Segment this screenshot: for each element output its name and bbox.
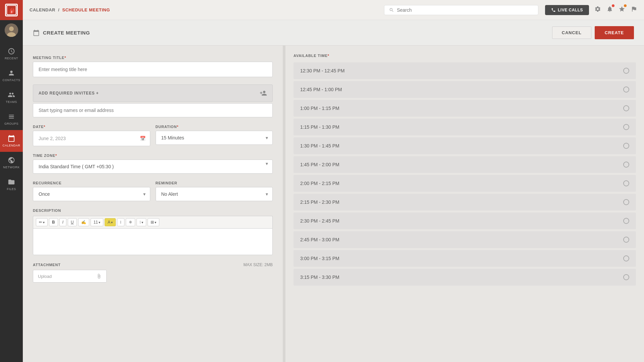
toolbar-format-btn[interactable]: ✏ — [36, 218, 48, 226]
duration-select[interactable]: 15 Minutes 30 Minutes 45 Minutes 1 Hour — [156, 131, 273, 145]
time-slot[interactable]: 1:30 PM - 1:45 PM — [293, 137, 636, 154]
sidebar-item-files[interactable]: FILES — [0, 174, 23, 195]
time-slot[interactable]: 12:45 PM - 1:00 PM — [293, 81, 636, 98]
person-add-icon — [260, 89, 267, 97]
sidebar-label-recent: RECENT — [5, 57, 18, 60]
time-slot-radio[interactable] — [623, 162, 629, 168]
add-invitees-label: ADD REQUIRED INVITEES + — [39, 91, 99, 96]
toolbar-ol-btn[interactable]: ⁜ — [126, 218, 135, 226]
time-slot[interactable]: 2:45 PM - 3:00 PM — [293, 231, 636, 248]
sidebar-label-calendar: CALENDAR — [2, 144, 20, 147]
toolbar-ul-btn[interactable]: ⁞ — [117, 218, 124, 226]
time-slot[interactable]: 2:00 PM - 2:15 PM — [293, 175, 636, 192]
recurrence-select[interactable]: Once Daily Weekly Monthly — [33, 187, 150, 201]
toolbar-table-btn[interactable]: ⊞ — [148, 218, 159, 226]
form-panel: MEETING TITLE* ADD REQUIRED INVITEES + D… — [23, 46, 283, 362]
sidebar: RECENT CONTACTS TEAMS GROUPS CALENDAR NE… — [0, 0, 23, 362]
search-bar[interactable] — [384, 5, 538, 15]
attachment-section: ATTACHMENT MAX SIZE: 2MB Upload — [33, 262, 273, 283]
toolbar-italic-btn[interactable]: I — [59, 218, 66, 226]
time-slot-label: 12:45 PM - 1:00 PM — [300, 87, 342, 92]
time-slot-label: 1:15 PM - 1:30 PM — [300, 124, 339, 130]
app-logo[interactable] — [0, 0, 23, 20]
recurrence-wrapper: Once Daily Weekly Monthly — [33, 187, 150, 201]
time-slot-radio[interactable] — [623, 199, 629, 205]
time-slot-radio[interactable] — [623, 143, 629, 149]
sidebar-item-teams[interactable]: TEAMS — [0, 86, 23, 108]
toolbar-color-btn[interactable]: A — [105, 218, 116, 226]
time-panel: AVAILABLE TIME* 12:30 PM - 12:45 PM 12:4… — [285, 46, 644, 362]
sidebar-item-network[interactable]: NETWORK — [0, 152, 23, 174]
create-button[interactable]: CREATE — [595, 26, 634, 39]
time-slot-radio[interactable] — [623, 105, 629, 111]
gear-button[interactable] — [594, 6, 601, 14]
phone-icon — [551, 8, 556, 12]
time-slot-label: 3:15 PM - 3:30 PM — [300, 275, 339, 280]
duration-wrapper: 15 Minutes 30 Minutes 45 Minutes 1 Hour — [156, 131, 273, 145]
time-slot-radio[interactable] — [623, 124, 629, 130]
time-slot-label: 1:45 PM - 2:00 PM — [300, 162, 339, 167]
toolbar-highlight-btn[interactable]: ✍ — [78, 218, 89, 226]
user-avatar[interactable] — [5, 23, 18, 37]
time-slot-radio[interactable] — [623, 68, 629, 74]
time-slot-radio[interactable] — [623, 180, 629, 186]
upload-placeholder: Upload — [38, 274, 52, 279]
panel-divider — [283, 46, 285, 362]
time-slot-label: 2:15 PM - 2:30 PM — [300, 199, 339, 205]
description-editor[interactable] — [33, 228, 273, 255]
calendar-icon — [33, 29, 40, 36]
sidebar-item-calendar[interactable]: CALENDAR — [0, 130, 23, 152]
date-input[interactable] — [33, 131, 150, 146]
sidebar-label-network: NETWORK — [3, 166, 20, 169]
sidebar-label-files: FILES — [7, 187, 16, 191]
toolbar-underline-btn[interactable]: U — [68, 218, 77, 226]
toolbar-fontsize-btn[interactable]: 11 — [91, 218, 103, 226]
time-slot[interactable]: 1:15 PM - 1:30 PM — [293, 119, 636, 135]
available-time-label: AVAILABLE TIME* — [293, 54, 636, 58]
cancel-button[interactable]: CANCEL — [552, 26, 591, 39]
star-button[interactable] — [619, 6, 625, 14]
live-calls-button[interactable]: LIVE CALLS — [545, 5, 589, 15]
topbar-actions: LIVE CALLS — [545, 5, 637, 15]
toolbar-bold-btn[interactable]: B — [49, 218, 58, 226]
time-slot[interactable]: 1:45 PM - 2:00 PM — [293, 156, 636, 173]
timezone-field: TIME ZONE* India Standard Time ( GMT +05… — [33, 154, 273, 174]
editor-toolbar: ✏ B I U ✍ 11 A ⁞ ⁜ ⁝ ⊞ — [33, 216, 273, 228]
time-slot[interactable]: 2:15 PM - 2:30 PM — [293, 194, 636, 210]
breadcrumb: CALENDAR / SCHEDULE MEETING — [30, 7, 110, 12]
live-calls-label: LIVE CALLS — [558, 8, 583, 12]
recurrence-reminder-row: RECURRENCE Once Daily Weekly Monthly REM… — [33, 181, 273, 201]
body-area: MEETING TITLE* ADD REQUIRED INVITEES + D… — [23, 46, 644, 362]
meeting-title-input[interactable] — [33, 62, 273, 77]
topbar: CALENDAR / SCHEDULE MEETING LIVE CALLS — [23, 0, 644, 20]
sidebar-item-recent[interactable]: RECENT — [0, 43, 23, 65]
time-slot[interactable]: 12:30 PM - 12:45 PM — [293, 62, 636, 79]
sidebar-item-groups[interactable]: GROUPS — [0, 108, 23, 130]
timezone-select[interactable]: India Standard Time ( GMT +05:30 ) UTC E… — [33, 160, 273, 174]
time-slot-radio[interactable] — [623, 86, 629, 93]
recurrence-field: RECURRENCE Once Daily Weekly Monthly — [33, 181, 150, 201]
time-slot-radio[interactable] — [623, 218, 629, 224]
reminder-select[interactable]: No Alert 5 Minutes 10 Minutes 15 Minutes… — [156, 187, 273, 201]
add-invitees-bar[interactable]: ADD REQUIRED INVITEES + — [33, 84, 273, 102]
time-slot[interactable]: 3:15 PM - 3:30 PM — [293, 269, 636, 286]
search-input[interactable] — [397, 7, 533, 13]
attachment-label: ATTACHMENT — [33, 263, 61, 267]
page-header-actions: CANCEL CREATE — [552, 26, 634, 39]
time-slot[interactable]: 3:00 PM - 3:15 PM — [293, 250, 636, 267]
time-slot-label: 1:30 PM - 1:45 PM — [300, 143, 339, 148]
page-title: CREATE MEETING — [43, 30, 90, 36]
flag-button[interactable] — [631, 6, 637, 14]
time-slot-radio[interactable] — [623, 255, 629, 261]
time-slot-label: 1:00 PM - 1:15 PM — [300, 106, 339, 111]
time-slot-radio[interactable] — [623, 274, 629, 280]
time-slot[interactable]: 2:30 PM - 2:45 PM — [293, 213, 636, 229]
time-slot[interactable]: 1:00 PM - 1:15 PM — [293, 100, 636, 117]
upload-field[interactable]: Upload — [33, 270, 107, 283]
invitee-search-input[interactable] — [33, 103, 273, 117]
sidebar-item-contacts[interactable]: CONTACTS — [0, 65, 23, 86]
time-slot-radio[interactable] — [623, 237, 629, 243]
notifications-button[interactable] — [606, 6, 613, 14]
toolbar-align-btn[interactable]: ⁝ — [137, 218, 146, 226]
reminder-label: REMINDER — [156, 181, 273, 185]
